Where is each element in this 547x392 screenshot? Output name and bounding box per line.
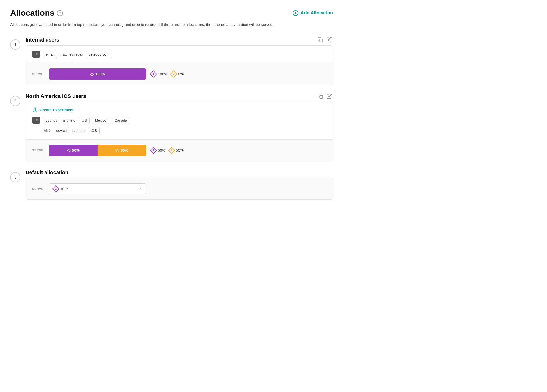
allocation-row: 1 Internal users (10, 37, 333, 85)
serve-label-2: SERVE (32, 149, 45, 152)
edit-icon-2[interactable] (326, 93, 332, 99)
svg-rect-3 (320, 39, 323, 42)
diamond-icon-2-2: 2 (169, 147, 175, 153)
copy-icon-1[interactable] (318, 37, 323, 43)
if-row-1: IF email matches regex geteppo.com (32, 51, 327, 58)
diamond-icon-1-2: 2 (171, 71, 177, 77)
variation-badge-1-2: 2 0% (171, 71, 184, 77)
default-serve-value: one (61, 187, 68, 191)
bar-segment-1-1: ◇ 100% (49, 68, 146, 80)
add-allocation-button[interactable]: Add Allocation (292, 10, 333, 16)
condition-value-2-2: Mexico (92, 117, 109, 124)
and-label-2: AND (44, 129, 51, 132)
bar-segment-2-2: ◇ 50% (98, 145, 146, 156)
variation-badge-2-1: 1 50% (150, 147, 165, 153)
allocation-number-1: 1 (10, 39, 20, 50)
and-row-2: AND device is one of iOS (44, 127, 327, 134)
page-subtitle: Allocations get evaluated in order from … (10, 22, 333, 28)
and-value-2: iOS (88, 127, 100, 134)
variation-badges-2: 1 50% 2 50% (150, 147, 184, 153)
bar-segment-2-1: ◇ 50% (49, 145, 98, 156)
if-row-2: IF country is one of US Mexico Canada (32, 117, 327, 124)
allocation-3-card: SERVE 1 one (26, 178, 333, 200)
serve-select-inner: 1 one (53, 186, 68, 192)
and-field-2: device (54, 127, 69, 134)
bar-diamond-1: ◇ (90, 71, 94, 77)
bar-diamond-2-2: ◇ (115, 148, 119, 153)
allocation-1-serve-section: SERVE ◇ 100% 1 (26, 63, 333, 85)
allocation-number-3: 3 (10, 172, 20, 182)
if-badge-2: IF (32, 117, 40, 124)
variation-badges-1: 1 100% 2 0% (150, 71, 184, 77)
allocation-1-actions (318, 37, 332, 43)
allocation-3-header: Default allocation (26, 170, 333, 176)
bar-diamond-2-1: ◇ (67, 148, 70, 153)
condition-field-1: email (43, 51, 57, 58)
create-experiment-link[interactable]: Create Experiment (40, 108, 74, 112)
allocation-2-serve-section: SERVE ◇ 50% ◇ 50% (26, 140, 333, 161)
diamond-icon-default: 1 (53, 186, 59, 192)
condition-operator-1: matches regex (60, 52, 83, 56)
page-title: Allocations (10, 8, 54, 18)
condition-operator-2: is one of (63, 118, 76, 122)
condition-value-2-3: Canada (112, 117, 130, 124)
diamond-icon-2-1: 1 (150, 147, 156, 153)
allocation-3-serve-section: SERVE 1 one (26, 178, 333, 199)
variation-badge-2-2: 2 50% (169, 147, 184, 153)
allocation-1-if-section: IF email matches regex geteppo.com (26, 46, 333, 63)
experiment-icon (32, 107, 38, 113)
allocation-row-2: 2 North America iOS users (10, 93, 333, 161)
allocation-row-3: 3 Default allocation SERVE 1 one (10, 170, 333, 200)
condition-value-1: geteppo.com (86, 51, 112, 58)
serve-label-3: SERVE (32, 187, 45, 191)
and-operator-2: is one of (72, 129, 86, 133)
allocation-3-name: Default allocation (26, 170, 68, 176)
allocation-list: 1 Internal users (10, 37, 333, 200)
title-area: Allocations ? (10, 8, 63, 18)
variation-badge-1-1: 1 100% (150, 71, 167, 77)
if-badge-1: IF (32, 51, 40, 58)
allocation-2-name: North America iOS users (26, 93, 86, 99)
allocation-2-card: Create Experiment IF country is one of U… (26, 102, 333, 161)
serve-bar-2: ◇ 50% ◇ 50% (49, 145, 146, 156)
create-experiment-row: Create Experiment (32, 107, 327, 113)
allocation-number-2: 2 (10, 96, 20, 106)
copy-icon-2[interactable] (318, 93, 323, 99)
allocation-2-wrapper: North America iOS users (26, 93, 333, 161)
serve-bar-1: ◇ 100% (49, 68, 146, 80)
chevron-down-icon (138, 186, 142, 191)
allocation-2-header: North America iOS users (26, 93, 333, 99)
allocation-1-header: Internal users (26, 37, 333, 43)
allocation-2-actions (318, 93, 332, 99)
plus-circle-icon (292, 10, 299, 16)
serve-label-1: SERVE (32, 72, 45, 76)
allocation-1-wrapper: Internal users (26, 37, 333, 85)
allocation-3-wrapper: Default allocation SERVE 1 one (26, 170, 333, 200)
default-serve-select[interactable]: 1 one (49, 183, 146, 194)
edit-icon-1[interactable] (326, 37, 332, 43)
allocation-1-name: Internal users (26, 37, 59, 43)
allocation-2-if-section: Create Experiment IF country is one of U… (26, 102, 333, 140)
diamond-icon-1-1: 1 (150, 71, 156, 77)
allocation-1-card: IF email matches regex geteppo.com SERVE… (26, 45, 333, 85)
condition-field-2: country (43, 117, 60, 124)
page-header: Allocations ? Add Allocation (10, 8, 333, 18)
help-icon[interactable]: ? (57, 10, 63, 16)
svg-rect-4 (320, 95, 323, 98)
condition-value-2-1: US (79, 117, 89, 124)
